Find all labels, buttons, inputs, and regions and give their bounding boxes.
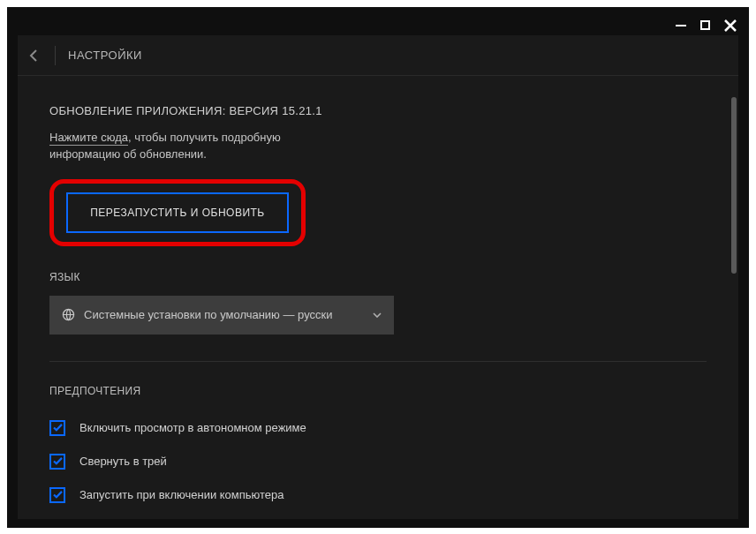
checkbox-checked-icon bbox=[49, 487, 65, 503]
scrollbar-thumb[interactable] bbox=[731, 97, 737, 274]
preferences-section: ПРЕДПОЧТЕНИЯ Включить просмотр в автоном… bbox=[49, 385, 707, 503]
close-button[interactable] bbox=[724, 19, 737, 32]
pref-label: Запустить при включении компьютера bbox=[79, 488, 284, 501]
window-frame: НАСТРОЙКИ ОБНОВЛЕНИЕ ПРИЛОЖЕНИЯ: ВЕРСИЯ … bbox=[7, 7, 749, 528]
pref-launch-on-startup[interactable]: Запустить при включении компьютера bbox=[49, 487, 707, 503]
checkbox-checked-icon bbox=[49, 420, 65, 436]
restart-update-button[interactable]: ПЕРЕЗАПУСТИТЬ И ОБНОВИТЬ bbox=[66, 192, 289, 233]
language-select[interactable]: Системные установки по умолчанию — русск… bbox=[49, 296, 394, 335]
checkbox-checked-icon bbox=[49, 454, 65, 470]
update-heading: ОБНОВЛЕНИЕ ПРИЛОЖЕНИЯ: ВЕРСИЯ 15.21.1 bbox=[49, 104, 707, 117]
pref-offline-browsing[interactable]: Включить просмотр в автономном режиме bbox=[49, 420, 707, 436]
release-notes-link[interactable]: Нажмите сюда bbox=[49, 131, 128, 146]
tutorial-highlight: ПЕРЕЗАПУСТИТЬ И ОБНОВИТЬ bbox=[49, 179, 306, 246]
minimize-button[interactable] bbox=[676, 16, 686, 34]
update-description: Нажмите сюда, чтобы получить подробную и… bbox=[49, 130, 350, 163]
preferences-section-label: ПРЕДПОЧТЕНИЯ bbox=[49, 385, 707, 397]
language-section-label: ЯЗЫК bbox=[49, 271, 707, 283]
pref-minimize-to-tray[interactable]: Свернуть в трей bbox=[49, 454, 707, 470]
back-button[interactable] bbox=[21, 49, 46, 62]
maximize-button[interactable] bbox=[700, 16, 710, 34]
content-area: ОБНОВЛЕНИЕ ПРИЛОЖЕНИЯ: ВЕРСИЯ 15.21.1 На… bbox=[18, 76, 738, 519]
section-divider bbox=[49, 361, 707, 362]
pref-label: Включить просмотр в автономном режиме bbox=[79, 421, 306, 434]
window-controls bbox=[676, 16, 737, 34]
chevron-down-icon bbox=[373, 312, 382, 318]
title-divider bbox=[55, 46, 56, 65]
language-value: Системные установки по умолчанию — русск… bbox=[84, 308, 364, 321]
app-panel: НАСТРОЙКИ ОБНОВЛЕНИЕ ПРИЛОЖЕНИЯ: ВЕРСИЯ … bbox=[18, 35, 738, 519]
titlebar: НАСТРОЙКИ bbox=[18, 35, 738, 76]
globe-icon bbox=[62, 308, 75, 321]
pref-label: Свернуть в трей bbox=[79, 455, 167, 468]
page-title: НАСТРОЙКИ bbox=[68, 49, 142, 62]
